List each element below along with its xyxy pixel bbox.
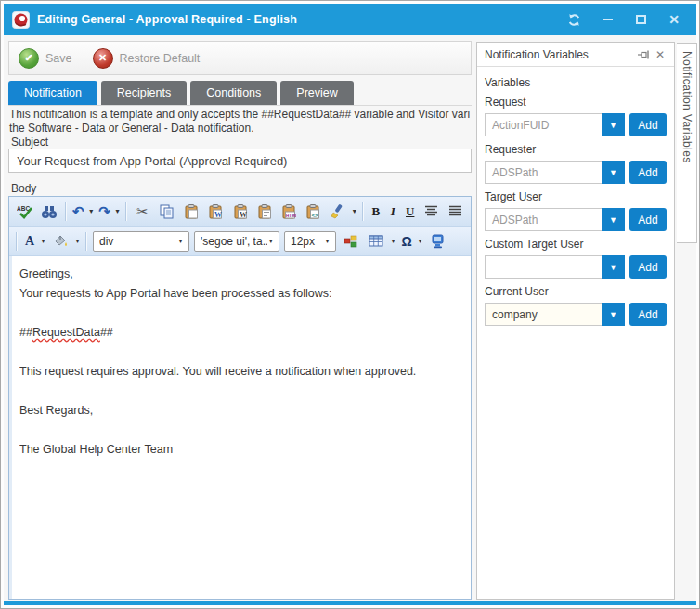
cut-button[interactable]: ✂ bbox=[131, 200, 154, 224]
bold-icon: B bbox=[371, 204, 380, 219]
paste-from-word-button[interactable]: W bbox=[204, 200, 227, 224]
cut-icon: ✂ bbox=[136, 203, 149, 220]
panel-close-button[interactable]: ✕ bbox=[652, 46, 668, 63]
request-add-button[interactable]: Add bbox=[629, 113, 667, 136]
close-button[interactable]: ✕ bbox=[660, 8, 688, 31]
pin-button[interactable] bbox=[635, 46, 652, 63]
notification-variables-side-tab[interactable]: Notification Variables bbox=[677, 43, 697, 243]
editor-toolbar-row-1: ABC ↶ ▾ ↷ ▾ ✂ bbox=[9, 197, 471, 227]
current-user-value: company bbox=[486, 304, 602, 325]
background-color-dropdown[interactable]: ▾ bbox=[73, 237, 82, 245]
body-editor[interactable]: Greetings, Your requests to App Portal h… bbox=[9, 256, 471, 599]
tab-divider bbox=[8, 105, 472, 106]
body-line bbox=[19, 343, 463, 362]
target-user-select[interactable]: ADSPath bbox=[485, 208, 602, 231]
underline-button[interactable]: U bbox=[402, 200, 419, 224]
requester-row: ADSPath ▼ Add bbox=[485, 161, 667, 184]
redo-dropdown[interactable]: ▾ bbox=[113, 207, 122, 215]
separator bbox=[125, 202, 127, 221]
undo-button[interactable]: ↶ bbox=[71, 200, 87, 224]
format-painter-dropdown[interactable]: ▾ bbox=[350, 207, 358, 215]
paste-plain-text-button[interactable] bbox=[253, 200, 276, 224]
paste-as-html-button[interactable]: HTML bbox=[278, 200, 301, 224]
request-select[interactable]: ActionFUID bbox=[485, 113, 602, 136]
paste-html-icon: <> bbox=[305, 204, 320, 219]
app-window: Editing General - Approval Required - En… bbox=[0, 0, 700, 609]
current-user-select[interactable]: company bbox=[485, 303, 602, 326]
separator bbox=[85, 232, 87, 251]
italic-button[interactable]: I bbox=[384, 200, 401, 224]
info-line-2: the Software - Data or General - Data no… bbox=[9, 122, 472, 136]
variables-section-label: Variables bbox=[485, 76, 667, 89]
find-replace-button[interactable] bbox=[37, 200, 60, 224]
restore-default-button[interactable]: ✕ Restore Default bbox=[93, 48, 201, 69]
tab-conditions[interactable]: Conditions bbox=[190, 81, 277, 105]
target-user-add-button[interactable]: Add bbox=[629, 208, 667, 231]
target-user-dropdown-arrow[interactable]: ▼ bbox=[602, 208, 625, 231]
panel-title: Notification Variables bbox=[485, 48, 635, 61]
subject-input[interactable] bbox=[8, 149, 472, 173]
restore-cross-icon: ✕ bbox=[93, 48, 113, 69]
current-user-dropdown-arrow[interactable]: ▼ bbox=[602, 303, 625, 326]
paste-button[interactable] bbox=[179, 200, 202, 224]
paste-plain-text-icon bbox=[257, 204, 272, 219]
spellcheck-icon: ABC bbox=[17, 203, 33, 220]
justify-button[interactable] bbox=[444, 200, 467, 224]
insert-symbol-dropdown[interactable]: ▾ bbox=[416, 237, 424, 245]
variable-suffix: ## bbox=[100, 326, 113, 339]
separator bbox=[16, 232, 18, 251]
request-dropdown-arrow[interactable]: ▼ bbox=[602, 113, 625, 136]
paste-html-button[interactable]: <> bbox=[302, 200, 325, 224]
minimize-button[interactable] bbox=[593, 8, 621, 31]
svg-text:HTML: HTML bbox=[286, 214, 296, 218]
redo-button[interactable]: ↷ bbox=[97, 200, 113, 224]
custom-target-user-select[interactable] bbox=[485, 255, 602, 279]
font-family-select[interactable]: 'segoe ui', ta... ▾ bbox=[194, 231, 279, 252]
undo-dropdown[interactable]: ▾ bbox=[87, 207, 96, 215]
requester-add-button[interactable]: Add bbox=[629, 161, 667, 184]
font-color-dropdown[interactable]: ▾ bbox=[39, 237, 47, 245]
align-center-button[interactable] bbox=[419, 200, 442, 224]
command-toolbar: ✔ Save ✕ Restore Default bbox=[8, 41, 472, 75]
font-color-button[interactable]: A bbox=[21, 229, 38, 253]
redo-icon: ↷ bbox=[98, 204, 110, 218]
font-size-select[interactable]: 12px ▾ bbox=[284, 231, 336, 252]
custom-target-user-add-button[interactable]: Add bbox=[629, 255, 667, 279]
insert-table-button[interactable] bbox=[364, 229, 388, 253]
app-logo-icon bbox=[12, 11, 30, 29]
target-user-row: ADSPath ▼ Add bbox=[485, 208, 667, 231]
spellcheck-button[interactable]: ABC bbox=[13, 200, 36, 224]
copy-button[interactable] bbox=[155, 200, 178, 224]
current-user-add-button[interactable]: Add bbox=[629, 303, 667, 326]
background-color-button[interactable] bbox=[48, 229, 72, 253]
target-user-value: ADSPath bbox=[486, 209, 602, 230]
body-line bbox=[19, 304, 463, 323]
tab-preview[interactable]: Preview bbox=[280, 81, 353, 105]
body-label: Body bbox=[11, 182, 36, 195]
requester-select[interactable]: ADSPath bbox=[485, 161, 602, 184]
tab-notification[interactable]: Notification bbox=[8, 81, 97, 105]
separator bbox=[362, 202, 364, 221]
maximize-button[interactable] bbox=[627, 8, 655, 31]
window-content: ✔ Save ✕ Restore Default Notification Re… bbox=[4, 35, 696, 601]
body-line bbox=[19, 421, 463, 440]
font-color-icon: A bbox=[25, 234, 34, 249]
format-painter-button[interactable] bbox=[326, 200, 349, 224]
media-manager-button[interactable] bbox=[425, 229, 449, 253]
requester-dropdown-arrow[interactable]: ▼ bbox=[602, 161, 625, 184]
notification-variables-panel: Notification Variables ✕ Variables Reque… bbox=[476, 42, 675, 600]
refresh-button[interactable] bbox=[560, 8, 588, 31]
tab-recipients[interactable]: Recipients bbox=[101, 81, 187, 105]
custom-target-user-dropdown-arrow[interactable]: ▼ bbox=[602, 255, 625, 279]
target-user-label: Target User bbox=[485, 190, 667, 203]
insert-table-dropdown[interactable]: ▾ bbox=[389, 237, 397, 245]
save-button[interactable]: ✔ Save bbox=[19, 48, 72, 69]
insert-symbol-button[interactable]: Ω bbox=[398, 229, 415, 253]
svg-text:W: W bbox=[214, 211, 222, 219]
bold-button[interactable]: B bbox=[368, 200, 384, 224]
body-line: Your requests to App Portal have been pr… bbox=[19, 284, 463, 304]
body-line: This request requires approval. You will… bbox=[19, 362, 463, 382]
paragraph-style-select[interactable]: div ▾ bbox=[93, 231, 189, 252]
paste-from-word-clean-button[interactable]: W bbox=[228, 200, 252, 224]
insert-image-button[interactable] bbox=[339, 229, 363, 253]
